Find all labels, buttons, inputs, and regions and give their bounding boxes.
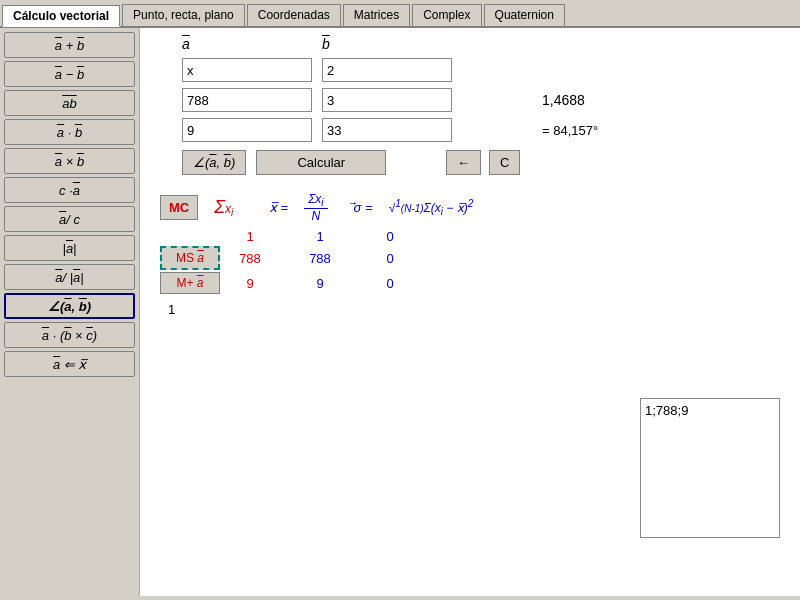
main-content: a + b a − b ab a · b a × b c · a a / c |…: [0, 28, 800, 596]
clear-button[interactable]: C: [489, 150, 520, 175]
mplus-button[interactable]: M+ a: [160, 272, 220, 294]
stats-row-3: M+ a 9 9 0: [160, 272, 788, 294]
result-value: 1,4688: [542, 92, 585, 108]
bottom-count: 1: [168, 302, 788, 317]
b1-input[interactable]: [322, 58, 452, 82]
back-clear-group: ← C: [446, 150, 520, 175]
mc-button[interactable]: MC: [160, 195, 198, 220]
sidebar-btn-ab-vec[interactable]: ab: [4, 90, 135, 116]
a3-input[interactable]: [182, 118, 312, 142]
stats-section: MC Σxi x̅ = Σxi N ⃗σ = √1(: [160, 191, 788, 317]
tab-coordenadas[interactable]: Coordenadas: [247, 4, 341, 26]
input-row-1: [182, 58, 788, 82]
sidebar-btn-assign-vec[interactable]: a ⇐ x̅: [4, 351, 135, 377]
calc-row: ∠(a, b) Calcular ← C: [182, 150, 788, 175]
back-button[interactable]: ←: [446, 150, 481, 175]
sidebar-btn-triple-vec[interactable]: a · (b × c): [4, 322, 135, 348]
sidebar-btn-cross-vec[interactable]: a × b: [4, 148, 135, 174]
result-angle-area: = 84,157°: [542, 123, 598, 138]
sidebar-btn-scalar-vec[interactable]: c · a: [4, 177, 135, 203]
tab-calculo-vectorial[interactable]: Cálculo vectorial: [2, 5, 120, 27]
vector-headers: a b: [182, 36, 788, 52]
input-row-3: = 84,157°: [182, 118, 788, 142]
b3-input[interactable]: [322, 118, 452, 142]
calcular-button[interactable]: Calcular: [256, 150, 386, 175]
result-angle: = 84,157°: [542, 123, 598, 138]
sidebar-btn-angle-vec[interactable]: ∠(a, b): [4, 293, 135, 319]
mean-formula: Σxi N: [304, 191, 327, 223]
stats-header: MC Σxi x̅ = Σxi N ⃗σ = √1(: [160, 191, 788, 223]
sidebar-btn-div-vec[interactable]: a / c: [4, 206, 135, 232]
sidebar-btn-sub-vec[interactable]: a − b: [4, 61, 135, 87]
tab-matrices[interactable]: Matrices: [343, 4, 410, 26]
right-panel: a b 1,4688 = 84,157° ∠: [140, 28, 800, 596]
stats-row3-mean: 9: [280, 276, 360, 291]
stats-row1-val: 1: [220, 229, 280, 244]
stats-row3-std: 0: [360, 276, 420, 291]
sidebar-btn-add-vec[interactable]: a + b: [4, 32, 135, 58]
stats-row1-std: 0: [360, 229, 420, 244]
stats-row2-mean: 788: [280, 251, 360, 266]
sidebar-btn-abs-vec[interactable]: |a|: [4, 235, 135, 261]
angle-button[interactable]: ∠(a, b): [182, 150, 246, 175]
stats-row3-val: 9: [220, 276, 280, 291]
std-formula: √1(N-1)Σ(xi − x̅)2: [389, 198, 474, 217]
tab-bar: Cálculo vectorial Punto, recta, plano Co…: [0, 0, 800, 28]
sigma-formula: Σxi: [214, 197, 233, 218]
stats-table: 1 1 0 MS a 788 788 0 M+ a 9 9 0: [160, 229, 788, 294]
std-formula-label: ⃗σ =: [354, 200, 373, 215]
stats-row1-mean: 1: [280, 229, 360, 244]
sidebar-btn-dot-vec[interactable]: a · b: [4, 119, 135, 145]
tab-punto-recta-plano[interactable]: Punto, recta, plano: [122, 4, 245, 26]
stats-row-2: MS a 788 788 0: [160, 246, 788, 270]
stats-row-1: 1 1 0: [160, 229, 788, 244]
mean-formula-label: x̅ =: [269, 200, 288, 215]
a1-input[interactable]: [182, 58, 312, 82]
a-header: a: [182, 36, 322, 52]
a2-input[interactable]: [182, 88, 312, 112]
memory-content: 1;788;9: [645, 403, 775, 418]
stats-row2-std: 0: [360, 251, 420, 266]
tab-quaternion[interactable]: Quaternion: [484, 4, 565, 26]
memory-box[interactable]: 1;788;9: [640, 398, 780, 538]
b2-input[interactable]: [322, 88, 452, 112]
input-row-2: 1,4688: [182, 88, 788, 112]
sidebar-btn-normalize-vec[interactable]: a / |a|: [4, 264, 135, 290]
stats-row2-val: 788: [220, 251, 280, 266]
result-area: 1,4688: [542, 92, 585, 108]
b-header: b: [322, 36, 462, 52]
sidebar: a + b a − b ab a · b a × b c · a a / c |…: [0, 28, 140, 596]
tab-complex[interactable]: Complex: [412, 4, 481, 26]
ms-button[interactable]: MS a: [160, 246, 220, 270]
